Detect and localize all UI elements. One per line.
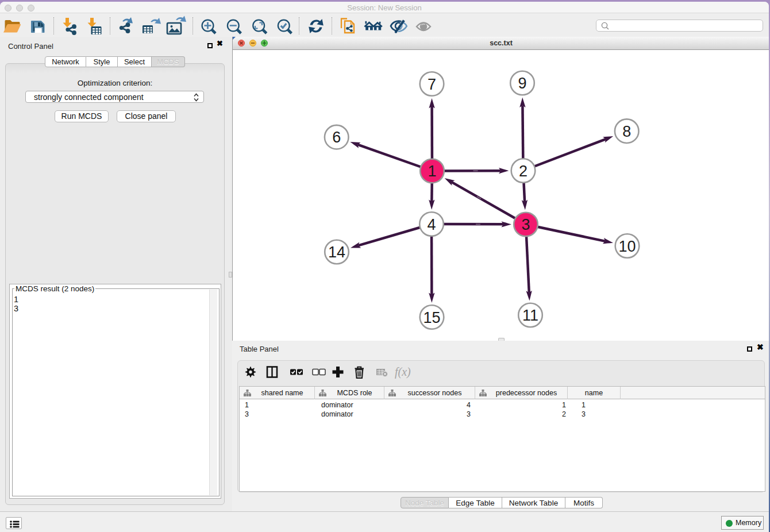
- svg-text:8: 8: [622, 123, 631, 140]
- svg-text:1: 1: [428, 163, 436, 180]
- svg-text:7: 7: [428, 76, 436, 93]
- svg-text:3: 3: [521, 216, 530, 233]
- svg-text:9: 9: [518, 75, 526, 92]
- svg-text:10: 10: [618, 238, 636, 255]
- svg-text:15: 15: [423, 309, 440, 326]
- svg-text:14: 14: [328, 244, 345, 261]
- svg-text:4: 4: [427, 216, 436, 233]
- svg-text:f(x): f(x): [395, 365, 411, 379]
- svg-text:6: 6: [332, 129, 341, 146]
- svg-text:2: 2: [519, 163, 528, 180]
- svg-text:11: 11: [522, 307, 538, 324]
